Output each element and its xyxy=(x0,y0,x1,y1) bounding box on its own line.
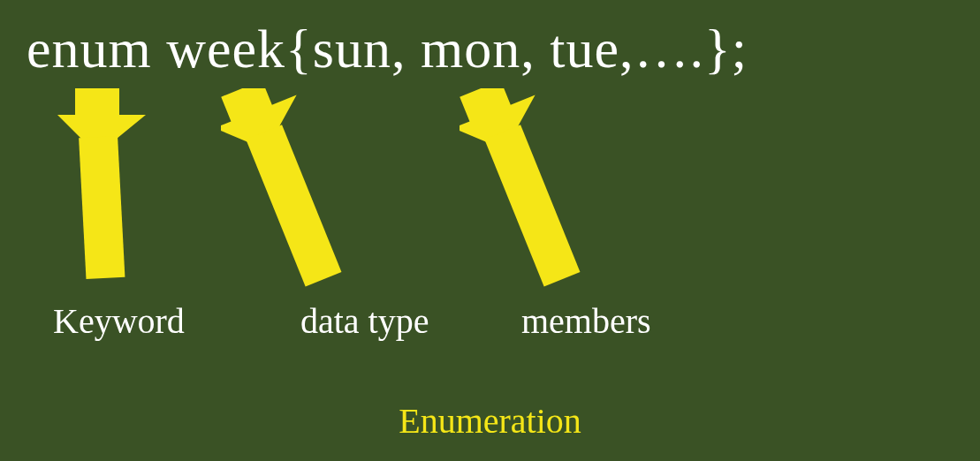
svg-rect-5 xyxy=(484,125,580,286)
label-datatype: data type xyxy=(300,300,429,342)
label-members: members xyxy=(521,300,651,342)
svg-rect-1 xyxy=(79,136,125,279)
arrow-datatype xyxy=(221,88,362,291)
arrow-members xyxy=(460,88,601,291)
svg-rect-3 xyxy=(246,125,341,286)
diagram-title: Enumeration xyxy=(399,400,581,442)
code-example: enum week{sun, mon, tue,….}; xyxy=(27,18,748,80)
arrow-keyword xyxy=(57,88,146,283)
label-keyword: Keyword xyxy=(53,300,185,342)
